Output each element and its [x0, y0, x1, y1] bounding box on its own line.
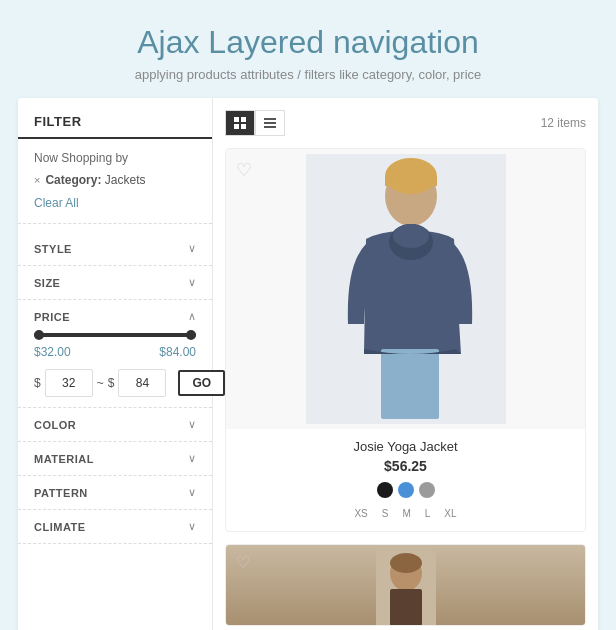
- filter-section-size: SIZE ∨: [18, 266, 212, 300]
- size-chevron-icon: ∨: [188, 276, 196, 289]
- style-label: STYLE: [34, 243, 72, 255]
- size-label: SIZE: [34, 277, 60, 289]
- page-header: Ajax Layered navigation applying product…: [115, 0, 502, 98]
- size-m[interactable]: M: [397, 506, 415, 521]
- price-chevron-icon: ∧: [188, 310, 196, 323]
- view-toggle: [225, 110, 285, 136]
- price-min-input[interactable]: [45, 369, 93, 397]
- filter-title: FILTER: [18, 114, 212, 139]
- product-card: ♡: [225, 148, 586, 532]
- filter-section-climate: CLIMATE ∨: [18, 510, 212, 544]
- filter-section-pattern: PATTERN ∨: [18, 476, 212, 510]
- color-chevron-icon: ∨: [188, 418, 196, 431]
- material-section-header[interactable]: MATERIAL ∨: [34, 452, 196, 465]
- color-swatch-blue[interactable]: [398, 482, 414, 498]
- price-slider-fill: [34, 333, 196, 337]
- pattern-chevron-icon: ∨: [188, 486, 196, 499]
- now-shopping-section: Now Shopping by × Category: Jackets Clea…: [18, 151, 212, 224]
- active-filter-tag: × Category: Jackets: [34, 173, 196, 187]
- wishlist-icon-2[interactable]: ♡: [236, 553, 250, 572]
- color-label: COLOR: [34, 419, 76, 431]
- grid-view-button[interactable]: [225, 110, 255, 136]
- color-section-header[interactable]: COLOR ∨: [34, 418, 196, 431]
- content-header: 12 items: [225, 110, 586, 136]
- size-options: XS S M L XL: [238, 506, 573, 521]
- color-swatch-gray[interactable]: [419, 482, 435, 498]
- filter-section-material: MATERIAL ∨: [18, 442, 212, 476]
- price-range-display: $32.00 $84.00: [34, 345, 196, 359]
- price-max-input[interactable]: [118, 369, 166, 397]
- svg-rect-14: [381, 349, 439, 419]
- size-xl[interactable]: XL: [439, 506, 461, 521]
- price-slider-handle-right[interactable]: [186, 330, 196, 340]
- style-chevron-icon: ∨: [188, 242, 196, 255]
- style-section-header[interactable]: STYLE ∨: [34, 242, 196, 255]
- remove-filter-button[interactable]: ×: [34, 174, 40, 186]
- clear-all-link[interactable]: Clear All: [34, 196, 79, 210]
- grid-icon: [233, 116, 247, 130]
- svg-rect-0: [234, 117, 239, 122]
- svg-point-13: [393, 224, 429, 248]
- price-tilde: ~: [97, 376, 104, 390]
- price-slider-handle-left[interactable]: [34, 330, 44, 340]
- filter-tag-label: Category: Jackets: [45, 173, 145, 187]
- svg-rect-18: [390, 589, 422, 626]
- color-swatches: [238, 482, 573, 498]
- climate-chevron-icon: ∨: [188, 520, 196, 533]
- svg-rect-1: [241, 117, 246, 122]
- list-icon: [263, 116, 277, 130]
- price-currency-symbol-2: $: [108, 376, 115, 390]
- product-info: Josie Yoga Jacket $56.25 XS S M L XL: [226, 429, 585, 531]
- svg-rect-6: [264, 126, 276, 128]
- now-shopping-title: Now Shopping by: [34, 151, 196, 165]
- climate-section-header[interactable]: CLIMATE ∨: [34, 520, 196, 533]
- main-layout: FILTER Now Shopping by × Category: Jacke…: [18, 98, 598, 630]
- list-view-button[interactable]: [255, 110, 285, 136]
- price-slider-track[interactable]: [34, 333, 196, 337]
- filter-section-style: STYLE ∨: [18, 232, 212, 266]
- product-card-partial: ♡: [225, 544, 586, 626]
- pattern-label: PATTERN: [34, 487, 88, 499]
- product-content: 12 items ♡: [213, 98, 598, 630]
- size-xs[interactable]: XS: [349, 506, 372, 521]
- svg-rect-4: [264, 118, 276, 120]
- material-chevron-icon: ∨: [188, 452, 196, 465]
- price-inputs: $ ~ $ GO: [34, 369, 196, 397]
- items-count: 12 items: [541, 116, 586, 130]
- page-title: Ajax Layered navigation: [135, 24, 482, 61]
- svg-rect-2: [234, 124, 239, 129]
- color-swatch-black[interactable]: [377, 482, 393, 498]
- filter-section-color: COLOR ∨: [18, 408, 212, 442]
- climate-label: CLIMATE: [34, 521, 86, 533]
- size-s[interactable]: S: [377, 506, 394, 521]
- page-subtitle: applying products attributes / filters l…: [135, 67, 482, 82]
- price-section-header[interactable]: PRICE ∧: [34, 310, 196, 323]
- product-price: $56.25: [238, 458, 573, 474]
- product-image-partial: ♡: [226, 545, 585, 625]
- filter-section-price: PRICE ∧ $32.00 $84.00 $ ~ $ GO: [18, 300, 212, 408]
- partial-product-image: [376, 551, 436, 626]
- wishlist-icon[interactable]: ♡: [236, 159, 252, 181]
- svg-rect-3: [241, 124, 246, 129]
- size-l[interactable]: L: [420, 506, 436, 521]
- svg-rect-10: [385, 176, 437, 186]
- sidebar: FILTER Now Shopping by × Category: Jacke…: [18, 98, 213, 630]
- svg-rect-5: [264, 122, 276, 124]
- price-min-display: $32.00: [34, 345, 71, 359]
- product-name: Josie Yoga Jacket: [238, 439, 573, 454]
- svg-point-17: [390, 553, 422, 573]
- price-label: PRICE: [34, 311, 70, 323]
- product-image-wrap: ♡: [226, 149, 585, 429]
- pattern-section-header[interactable]: PATTERN ∨: [34, 486, 196, 499]
- material-label: MATERIAL: [34, 453, 94, 465]
- price-max-display: $84.00: [159, 345, 196, 359]
- price-currency-symbol: $: [34, 376, 41, 390]
- size-section-header[interactable]: SIZE ∨: [34, 276, 196, 289]
- product-image: [306, 154, 506, 424]
